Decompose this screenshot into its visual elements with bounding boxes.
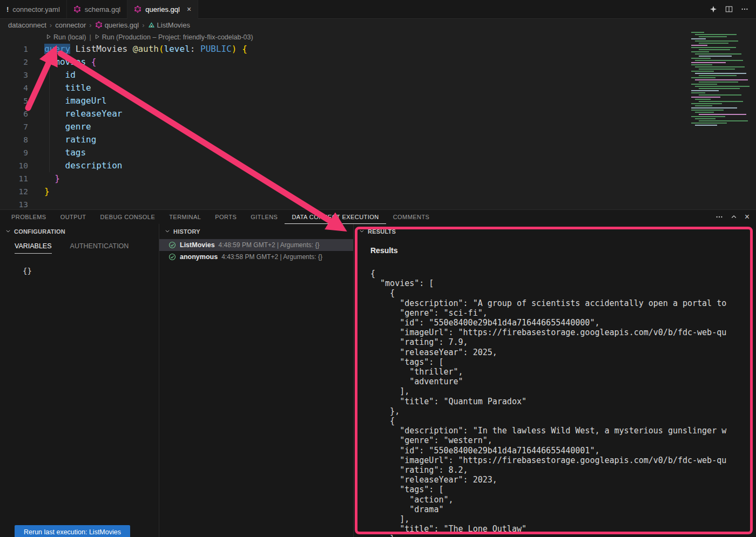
breadcrumb-label: ListMovies xyxy=(157,21,190,29)
code-line[interactable]: 11 } xyxy=(0,172,686,185)
configuration-tabs: VARIABLESAUTHENTICATION xyxy=(0,242,159,254)
more-actions-icon-button[interactable] xyxy=(716,213,723,221)
code-line[interactable]: 3 id xyxy=(0,69,686,81)
results-json-line: "tags": [ xyxy=(370,485,756,494)
more-actions-icon-button[interactable] xyxy=(741,5,748,13)
code-line[interactable]: 8 rating xyxy=(0,133,686,146)
breadcrumb-item-dataconnect[interactable]: dataconnect xyxy=(8,21,46,29)
play-icon xyxy=(94,33,100,41)
breadcrumb-label: queries.gql xyxy=(105,21,139,29)
variables-editor[interactable]: {} xyxy=(23,267,159,275)
line-number: 7 xyxy=(0,120,28,133)
line-number: 3 xyxy=(0,69,28,81)
breadcrumb-separator: › xyxy=(89,21,92,29)
chevron-up-icon-button[interactable] xyxy=(731,214,737,220)
results-json-line: "genre": "western", xyxy=(370,436,756,445)
line-number: 6 xyxy=(0,107,28,120)
results-json-line: ], xyxy=(370,514,756,524)
breadcrumb-item-connector[interactable]: connector xyxy=(55,21,86,29)
results-json-line: }, xyxy=(370,534,756,537)
chevron-up-icon xyxy=(731,214,737,220)
code-line[interactable]: 4 title xyxy=(0,81,686,94)
run-local-link[interactable]: Run (local) xyxy=(46,33,86,41)
tab-schema.gql[interactable]: schema.gql xyxy=(67,0,127,18)
chevron-down-icon xyxy=(5,228,11,235)
panel-tab-debug-console[interactable]: DEBUG CONSOLE xyxy=(93,210,163,224)
results-json-line: "title": "Quantum Paradox" xyxy=(370,397,756,406)
pass-check-icon xyxy=(168,253,176,261)
results-json-line: "adventure" xyxy=(370,377,756,386)
results-json-line: { xyxy=(370,288,756,298)
panel-tab-problems[interactable]: PROBLEMS xyxy=(4,210,53,224)
panel-tab-gitlens[interactable]: GITLENS xyxy=(244,210,285,224)
codelens: Run (local) | Run (Production – Project:… xyxy=(46,32,253,43)
code-line[interactable]: 6 releaseYear xyxy=(0,107,686,120)
minimap[interactable] xyxy=(691,32,750,127)
results-heading: Results xyxy=(370,246,756,255)
panel-actions: × xyxy=(716,210,756,224)
history-header[interactable]: HISTORY xyxy=(159,224,353,239)
results-json-line: ], xyxy=(370,386,756,396)
tab-connector.yaml[interactable]: !connector.yaml xyxy=(0,0,67,18)
code-line[interactable]: 10 description xyxy=(0,159,686,172)
line-number: 4 xyxy=(0,81,28,94)
line-number: 10 xyxy=(0,159,28,172)
results-json-line: "imageUrl": "https://firebasestorage.goo… xyxy=(370,456,756,465)
graphql-icon xyxy=(73,5,81,13)
results-json-line: "releaseYear": 2023, xyxy=(370,475,756,485)
results-json-line: "movies": [ xyxy=(370,278,756,288)
history-entry-name: ListMovies xyxy=(180,241,215,249)
results-json-line: "action", xyxy=(370,495,756,505)
line-text: } xyxy=(28,185,50,198)
close-icon: × xyxy=(745,213,750,221)
tab-label: schema.gql xyxy=(85,5,120,13)
panel-tab-terminal[interactable]: TERMINAL xyxy=(162,210,208,224)
breadcrumb-item-queries.gql[interactable]: queries.gql xyxy=(95,21,139,29)
results-header[interactable]: RESULTS xyxy=(354,224,756,239)
code-line[interactable]: 5 imageUrl xyxy=(0,94,686,107)
panel-tab-output[interactable]: OUTPUT xyxy=(53,210,93,224)
close-icon[interactable]: × xyxy=(187,5,191,13)
panel-tab-data-connect-execution[interactable]: DATA CONNECT EXECUTION xyxy=(285,210,386,224)
config-tab-variables[interactable]: VARIABLES xyxy=(15,242,52,254)
code-line[interactable]: 2 movies { xyxy=(0,56,686,69)
rerun-button[interactable]: Rerun last execution: ListMovies xyxy=(15,525,130,537)
history-entry-name: anonymous xyxy=(180,253,218,261)
configuration-header[interactable]: CONFIGURATION xyxy=(0,224,159,239)
code-line[interactable]: 12} xyxy=(0,185,686,198)
more-actions-icon xyxy=(716,213,723,221)
tab-queries.gql[interactable]: queries.gql× xyxy=(127,0,198,19)
history-entry-anonymous[interactable]: anonymous4:43:58 PM GMT+2 | Arguments: {… xyxy=(159,251,353,263)
code-line[interactable]: 9 tags xyxy=(0,146,686,159)
history-list: ListMovies4:48:59 PM GMT+2 | Arguments: … xyxy=(159,239,353,263)
breadcrumb-label: connector xyxy=(55,21,86,29)
line-number: 11 xyxy=(0,172,28,185)
panel-tab-comments[interactable]: COMMENTS xyxy=(386,210,437,224)
results-json-line: "id": "550e8400e29b41d4a716446655440001"… xyxy=(370,446,756,456)
code-editor[interactable]: Run (local) | Run (Production – Project:… xyxy=(0,31,756,209)
split-editor-icon-button[interactable] xyxy=(725,5,733,13)
sparkle-icon-button[interactable] xyxy=(710,5,717,13)
line-text: id xyxy=(28,69,76,81)
code-line[interactable]: 1query ListMovies @auth(level: PUBLIC) { xyxy=(0,43,686,56)
code-line[interactable]: 7 genre xyxy=(0,120,686,133)
line-text: } xyxy=(28,172,60,185)
line-number: 2 xyxy=(0,56,28,69)
run-production-link[interactable]: Run (Production – Project: friendly-flix… xyxy=(94,33,253,41)
config-tab-authentication[interactable]: AUTHENTICATION xyxy=(70,242,129,254)
code-line[interactable]: 13 xyxy=(0,198,686,209)
play-icon xyxy=(46,33,51,41)
close-icon-button[interactable]: × xyxy=(745,213,750,221)
breadcrumb-separator: › xyxy=(141,21,145,29)
results-json-line: "id": "550e8400e29b41d4a716446655440000"… xyxy=(370,318,756,328)
panel-tab-ports[interactable]: PORTS xyxy=(208,210,244,224)
breadcrumb-item-ListMovies[interactable]: ListMovies xyxy=(148,21,190,29)
line-text: movies { xyxy=(28,56,96,69)
configuration-title: CONFIGURATION xyxy=(14,228,65,235)
history-title: HISTORY xyxy=(173,228,200,235)
code-lines: 1query ListMovies @auth(level: PUBLIC) {… xyxy=(0,43,686,209)
run-production-label: Run (Production – Project: friendly-flix… xyxy=(102,33,253,41)
history-entry-ListMovies[interactable]: ListMovies4:48:59 PM GMT+2 | Arguments: … xyxy=(159,239,353,251)
line-number: 13 xyxy=(0,198,28,209)
line-number: 9 xyxy=(0,146,28,159)
